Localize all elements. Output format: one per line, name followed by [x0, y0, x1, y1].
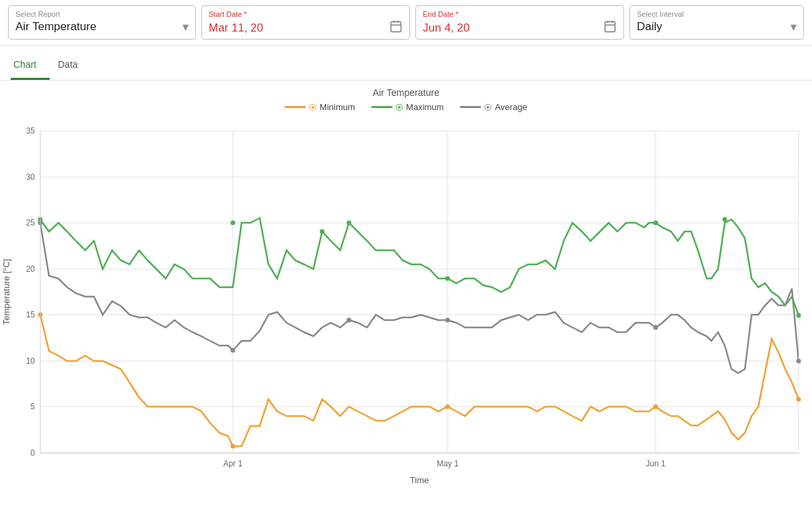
svg-text:30: 30	[26, 172, 36, 182]
legend-average: Average	[460, 102, 527, 112]
svg-text:May 1: May 1	[437, 459, 459, 468]
svg-text:Temperature [°C]: Temperature [°C]	[1, 259, 11, 325]
svg-point-44	[231, 348, 236, 353]
select-report-field[interactable]: Select Report Air Temperature ▾	[8, 5, 196, 40]
svg-text:0: 0	[30, 448, 35, 458]
legend-average-line	[460, 106, 481, 108]
select-interval-field[interactable]: Select Interval Daily ▾	[629, 5, 804, 40]
svg-point-42	[797, 313, 801, 318]
svg-point-38	[347, 221, 352, 225]
legend-minimum-line	[285, 106, 306, 108]
svg-point-52	[654, 405, 658, 409]
svg-point-41	[723, 217, 727, 222]
svg-point-37	[320, 230, 325, 234]
start-date-calendar-icon[interactable]	[389, 19, 403, 36]
svg-rect-9	[0, 117, 812, 493]
chart-legend: Minimum Maximum Average	[0, 102, 812, 112]
tabs-bar: Chart Data	[0, 48, 812, 81]
svg-text:5: 5	[30, 402, 35, 411]
svg-text:Apr 1: Apr 1	[223, 459, 243, 468]
svg-point-45	[347, 318, 352, 323]
legend-maximum-dot	[397, 105, 402, 110]
select-report-value: Air Temperature	[15, 20, 97, 34]
top-bar: Select Report Air Temperature ▾ Start Da…	[0, 0, 812, 46]
svg-text:Jun 1: Jun 1	[646, 459, 666, 468]
svg-point-50	[231, 444, 236, 449]
select-report-label: Select Report	[15, 10, 189, 18]
svg-point-53	[797, 397, 801, 402]
svg-text:20: 20	[26, 264, 36, 274]
legend-average-label: Average	[495, 102, 527, 112]
select-interval-value: Daily	[637, 20, 662, 34]
start-date-label: Start Date *	[209, 10, 403, 18]
dropdown-icon[interactable]: ▾	[183, 19, 189, 34]
svg-text:25: 25	[26, 218, 36, 227]
legend-average-dot	[485, 105, 491, 110]
legend-minimum-label: Minimum	[319, 102, 355, 112]
start-date-value: Mar 11, 20	[209, 21, 263, 35]
svg-point-39	[446, 276, 450, 281]
legend-maximum-line	[371, 106, 393, 108]
start-date-field[interactable]: Start Date * Mar 11, 20	[201, 5, 410, 40]
line-chart: 0 5 10 15 20 25 30 35 Apr 1 May 1 Jun 1 …	[0, 117, 812, 493]
svg-point-48	[797, 359, 801, 364]
end-date-value: Jun 4, 20	[423, 21, 470, 35]
select-interval-label: Select Interval	[637, 10, 797, 18]
legend-maximum: Maximum	[371, 102, 444, 112]
svg-rect-4	[605, 21, 615, 32]
svg-text:15: 15	[26, 310, 36, 319]
chart-area: Air Temperature Minimum Maximum Average	[0, 81, 812, 493]
chart-container: 0 5 10 15 20 25 30 35 Apr 1 May 1 Jun 1 …	[0, 117, 812, 493]
svg-point-51	[446, 405, 450, 409]
end-date-calendar-icon[interactable]	[603, 19, 617, 36]
end-date-field[interactable]: End Date * Jun 4, 20	[415, 5, 624, 40]
svg-point-47	[654, 325, 658, 330]
svg-point-40	[654, 221, 658, 225]
legend-minimum-dot	[310, 105, 315, 110]
svg-text:35: 35	[26, 126, 36, 136]
svg-text:10: 10	[26, 356, 36, 366]
svg-point-46	[446, 318, 450, 323]
svg-text:Time: Time	[410, 475, 429, 485]
legend-maximum-label: Maximum	[406, 102, 444, 112]
end-date-label: End Date *	[423, 10, 617, 18]
svg-rect-0	[391, 21, 401, 32]
interval-dropdown-icon[interactable]: ▾	[791, 19, 797, 34]
legend-minimum: Minimum	[285, 102, 355, 112]
svg-point-36	[231, 221, 236, 225]
tab-data[interactable]: Data	[55, 48, 91, 80]
chart-title: Air Temperature	[0, 87, 812, 98]
tab-chart[interactable]: Chart	[11, 48, 50, 80]
